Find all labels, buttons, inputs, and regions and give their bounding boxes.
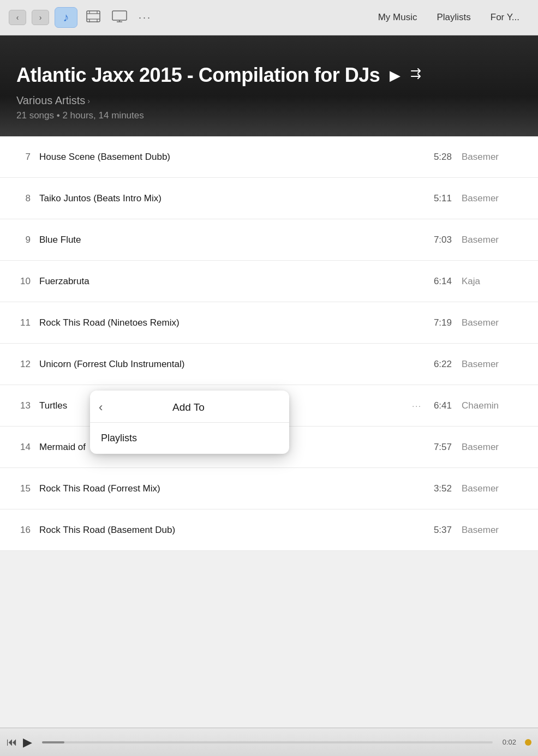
album-header: Atlantic Jaxx 2015 - Compilation for DJs… [0, 35, 538, 136]
table-row[interactable]: 13 Turtles ··· 6:41 Chaemin ‹ Add To Pla… [0, 385, 538, 427]
track-artist: Chaemin [462, 400, 527, 411]
table-row[interactable]: 8 Taiko Juntos (Beats Intro Mix) 5:11 Ba… [0, 178, 538, 219]
track-duration: 7:19 [422, 317, 452, 328]
music-tab-button[interactable]: ♪ [55, 7, 77, 28]
table-row[interactable]: 7 House Scene (Basement Dubb) 5:28 Basem… [0, 136, 538, 178]
track-artist: Basemer [462, 359, 527, 370]
table-row[interactable]: 10 Fuerzabruta 6:14 Kaja [0, 261, 538, 302]
nav-for-you[interactable]: For Y... [481, 9, 529, 26]
context-menu-title: Add To [119, 401, 258, 413]
svg-rect-0 [87, 11, 100, 22]
screen-icon-button[interactable] [109, 8, 130, 27]
context-menu-item-playlists[interactable]: Playlists [90, 423, 289, 454]
track-duration: 5:37 [422, 525, 452, 536]
track-artist: Kaja [462, 276, 527, 287]
track-duration: 6:41 [422, 400, 452, 411]
album-title: Atlantic Jaxx 2015 - Compilation for DJs [16, 64, 380, 87]
artist-chevron: › [87, 97, 90, 105]
film-icon-button[interactable] [83, 8, 104, 27]
track-duration: 3:52 [422, 483, 452, 494]
table-row[interactable]: 16 Rock This Road (Basement Dub) 5:37 Ba… [0, 509, 538, 551]
nav-my-music[interactable]: My Music [368, 9, 427, 26]
track-name: Rock This Road (Ninetoes Remix) [39, 317, 422, 328]
track-number: 13 [11, 400, 31, 411]
track-artist: Basemer [462, 525, 527, 536]
track-duration: 7:03 [422, 235, 452, 245]
play-button[interactable]: ▶ [390, 67, 400, 84]
table-row[interactable]: 12 Unicorn (Forrest Club Instrumental) 6… [0, 344, 538, 385]
monitor-icon [112, 10, 127, 25]
context-menu-back-button[interactable]: ‹ [99, 400, 114, 415]
more-options-button[interactable]: ··· [135, 12, 155, 23]
progress-fill [42, 741, 64, 743]
table-row[interactable]: 9 Blue Flute 7:03 Basemer [0, 219, 538, 261]
track-duration: 5:28 [422, 152, 452, 163]
track-name: Rock This Road (Forrest Mix) [39, 483, 422, 494]
status-dot [525, 739, 531, 746]
player-bar: ⏮ ▶ 0:02 [0, 728, 538, 756]
context-menu-header: ‹ Add To [90, 391, 289, 423]
track-number: 8 [11, 193, 31, 204]
svg-rect-7 [112, 11, 127, 20]
track-artist: Basemer [462, 152, 527, 163]
track-name: Unicorn (Forrest Club Instrumental) [39, 359, 422, 370]
table-row[interactable]: 11 Rock This Road (Ninetoes Remix) 7:19 … [0, 302, 538, 344]
track-artist: Basemer [462, 193, 527, 204]
context-menu: ‹ Add To Playlists [90, 391, 289, 454]
track-number: 15 [11, 483, 31, 494]
track-duration: 5:11 [422, 193, 452, 204]
track-artist: Basemer [462, 235, 527, 245]
music-note-icon: ♪ [63, 10, 69, 25]
track-more-options-button[interactable]: ··· [412, 401, 422, 410]
track-name: Rock This Road (Basement Dub) [39, 525, 422, 536]
player-play-button[interactable]: ▶ [23, 735, 32, 749]
track-number: 16 [11, 525, 31, 536]
track-name: Taiko Juntos (Beats Intro Mix) [39, 193, 422, 204]
track-artist: Basemer [462, 442, 527, 453]
track-number: 10 [11, 276, 31, 287]
album-title-row: Atlantic Jaxx 2015 - Compilation for DJs… [16, 64, 522, 87]
track-number: 11 [11, 317, 31, 328]
track-duration: 6:22 [422, 359, 452, 370]
track-artist: Basemer [462, 483, 527, 494]
track-number: 14 [11, 442, 31, 453]
shuffle-button[interactable] [410, 68, 426, 83]
album-artist-link[interactable]: Various Artists › [16, 94, 522, 107]
track-name: Fuerzabruta [39, 276, 422, 287]
top-bar: ‹ › ♪ ··· My Mu [0, 0, 538, 35]
film-icon [86, 10, 100, 25]
album-meta: 21 songs • 2 hours, 14 minutes [16, 110, 522, 121]
nav-playlists[interactable]: Playlists [427, 9, 480, 26]
track-duration: 7:57 [422, 442, 452, 453]
back-button[interactable]: ‹ [9, 10, 26, 25]
player-time: 0:02 [503, 738, 516, 746]
nav-links: My Music Playlists For Y... [368, 9, 529, 26]
forward-button[interactable]: › [32, 10, 49, 25]
table-row[interactable]: 15 Rock This Road (Forrest Mix) 3:52 Bas… [0, 468, 538, 509]
track-number: 12 [11, 359, 31, 370]
track-name: House Scene (Basement Dubb) [39, 152, 422, 163]
track-number: 9 [11, 235, 31, 245]
track-name: Blue Flute [39, 235, 422, 245]
player-previous-button[interactable]: ⏮ [7, 736, 17, 748]
track-number: 7 [11, 152, 31, 163]
track-artist: Basemer [462, 317, 527, 328]
track-duration: 6:14 [422, 276, 452, 287]
progress-bar[interactable] [42, 741, 493, 743]
track-list: 7 House Scene (Basement Dubb) 5:28 Basem… [0, 136, 538, 551]
